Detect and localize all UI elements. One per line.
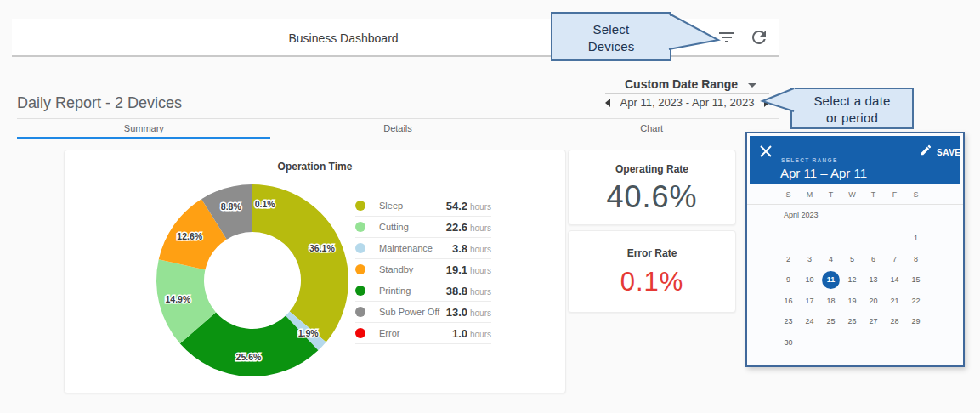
legend-label: Maintenance (379, 243, 452, 253)
tab-details[interactable]: Details (271, 120, 525, 137)
calendar-day[interactable]: 17 (799, 291, 820, 312)
calendar-day[interactable]: 29 (905, 311, 926, 332)
calendar-empty-cell (884, 228, 905, 249)
calendar-day[interactable]: 13 (863, 269, 884, 291)
legend-row: Standby19.1hours (355, 259, 491, 280)
refresh-button[interactable] (747, 26, 771, 50)
app-title: Business Dashboard (288, 31, 398, 45)
legend-row: Sleep54.2hours (355, 195, 491, 217)
calendar-day[interactable]: 24 (799, 311, 820, 332)
slice-percent-label: 1.9% (298, 328, 320, 338)
date-picker-panel: SAVE SELECT RANGE Apr 11 – Apr 11 SMTWTF… (745, 132, 965, 367)
legend-value: 13.0hours (446, 306, 491, 319)
divider (17, 118, 779, 119)
calendar-day[interactable]: 12 (841, 269, 863, 291)
callout-line: Select a date (792, 93, 912, 110)
calendar-day[interactable]: 14 (884, 269, 905, 291)
legend-value: 22.6hours (446, 221, 491, 234)
legend-row: Printing38.8hours (355, 280, 491, 302)
active-tab-indicator (17, 137, 270, 139)
slice-percent-label: 8.8% (221, 201, 242, 212)
calendar-day[interactable]: 7 (884, 249, 905, 270)
date-picker-header: SAVE SELECT RANGE Apr 11 – Apr 11 (750, 136, 960, 184)
tab-bar: Summary Details Chart (17, 120, 779, 137)
calendar-day[interactable]: 2 (778, 249, 799, 270)
tab-summary[interactable]: Summary (17, 120, 271, 137)
weekday-header-row: SMTWTFS (778, 188, 926, 201)
selected-range-text: Apr 11 – Apr 11 (780, 166, 867, 180)
calendar-day[interactable]: 25 (820, 311, 841, 332)
legend-swatch (355, 264, 365, 274)
calendar-day[interactable]: 3 (799, 249, 820, 270)
dashboard-page: { "header": { "title": "Business Dashboa… (0, 0, 980, 413)
legend-row: Error1.0hours (355, 323, 491, 344)
legend-label: Printing (379, 286, 446, 296)
calendar-day[interactable]: 16 (778, 291, 799, 312)
calendar-day[interactable]: 1 (905, 228, 926, 249)
operating-rate-value: 40.6% (606, 179, 697, 215)
calendar-day[interactable]: 5 (841, 249, 863, 270)
weekday-label: T (820, 188, 841, 201)
select-range-label: SELECT RANGE (781, 157, 838, 163)
error-rate-value: 0.1% (620, 267, 684, 297)
calendar-day[interactable]: 15 (905, 269, 926, 291)
select-date-callout: Select a date or period (790, 88, 914, 129)
calendar-empty-cell (841, 332, 863, 354)
calendar-day[interactable]: 26 (841, 311, 863, 332)
close-button[interactable] (758, 144, 773, 160)
calendar-day[interactable]: 22 (905, 291, 926, 312)
legend-label: Sleep (379, 201, 446, 211)
legend-value: 38.8hours (446, 285, 491, 297)
calendar-day[interactable]: 18 (820, 291, 841, 312)
callout-pointer (760, 88, 792, 129)
calendar-empty-cell (863, 332, 884, 354)
calendar-day[interactable]: 8 (905, 249, 926, 270)
weekday-label: S (905, 188, 926, 201)
date-range-type-dropdown[interactable]: Custom Date Range (625, 77, 738, 91)
calendar-empty-cell (905, 332, 926, 354)
legend-label: Cutting (379, 222, 446, 232)
calendar-day[interactable]: 21 (884, 291, 905, 312)
calendar-day[interactable]: 9 (778, 269, 799, 291)
date-range-nav: Apr 11, 2023 - Apr 11, 2023 (605, 95, 769, 110)
edit-range-button[interactable] (918, 144, 933, 159)
month-label: April 2023 (784, 211, 819, 219)
calendar-day[interactable]: 27 (863, 311, 884, 332)
legend-swatch (355, 286, 365, 296)
save-button[interactable]: SAVE (937, 148, 961, 157)
calendar-day[interactable]: 11 (820, 269, 841, 291)
previous-date-button[interactable] (605, 99, 610, 107)
calendar-day[interactable]: 19 (841, 291, 863, 312)
legend-label: Error (379, 328, 452, 338)
tab-chart[interactable]: Chart (524, 120, 779, 137)
callout-line: Select (552, 21, 670, 38)
calendar-day[interactable]: 28 (884, 311, 905, 332)
divider (747, 204, 963, 205)
weekday-label: S (778, 188, 799, 201)
legend-row: Sub Power Off13.0hours (355, 302, 491, 323)
pencil-icon (920, 146, 932, 159)
calendar-empty-cell (820, 228, 841, 249)
calendar-empty-cell (841, 228, 863, 249)
chart-legend: Sleep54.2hoursCutting22.6hoursMaintenanc… (355, 195, 491, 344)
weekday-label: T (863, 188, 884, 201)
selected-day[interactable]: 11 (822, 271, 840, 289)
calendar-day[interactable]: 30 (778, 332, 799, 354)
legend-row: Cutting22.6hours (355, 217, 491, 238)
legend-label: Standby (379, 264, 446, 274)
calendar-day[interactable]: 6 (863, 249, 884, 270)
calendar-day[interactable]: 10 (799, 269, 820, 291)
legend-swatch (355, 222, 365, 232)
slice-percent-label: 36.1% (309, 243, 335, 253)
legend-swatch (355, 201, 365, 211)
operation-time-donut-chart: 36.1%1.9%25.6%14.9%12.6%8.8%0.1% (112, 148, 393, 413)
calendar-empty-cell (799, 228, 820, 249)
legend-swatch (355, 307, 365, 317)
date-range-value[interactable]: Apr 11, 2023 - Apr 11, 2023 (620, 96, 755, 109)
calendar-day[interactable]: 4 (820, 249, 841, 270)
calendar-empty-cell (884, 332, 905, 354)
callout-line: Devices (552, 38, 670, 55)
slice-percent-label: 12.6% (177, 231, 202, 241)
calendar-day[interactable]: 20 (863, 291, 884, 312)
calendar-day[interactable]: 23 (778, 311, 799, 332)
